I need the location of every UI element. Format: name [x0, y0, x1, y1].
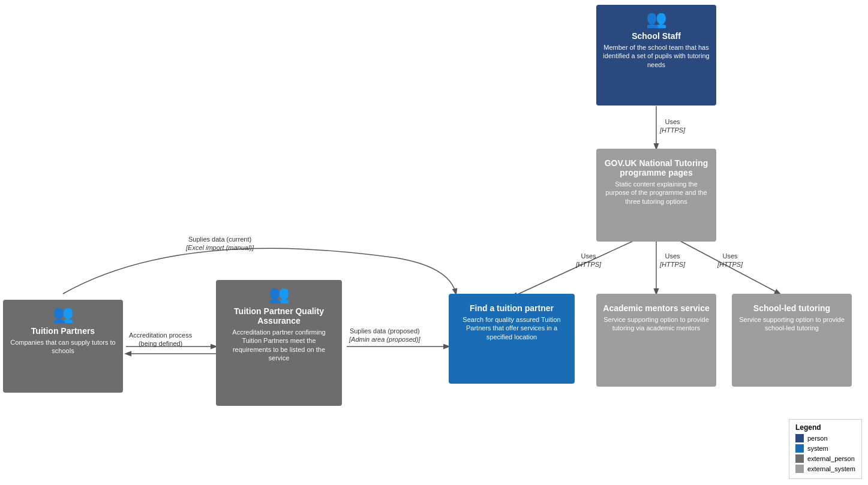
- tpqa-desc: Accreditation partner confirming Tuition…: [222, 328, 336, 362]
- legend-label-external-system: external_system: [807, 465, 855, 472]
- school-staff-icon: 👥: [602, 11, 710, 28]
- legend-box-person: [795, 434, 804, 442]
- label-govuk-find: Uses [HTTPS]: [576, 252, 601, 269]
- legend: Legend person system external_person ext…: [789, 419, 862, 479]
- legend-title: Legend: [795, 423, 855, 432]
- legend-item-external-person: external_person: [795, 454, 855, 463]
- school-led-desc: Service supporting option to provide sch…: [738, 315, 846, 333]
- academic-mentors-desc: Service supporting option to provide tut…: [602, 315, 710, 333]
- legend-box-system: [795, 444, 804, 453]
- academic-mentors-node: Academic mentors service Service support…: [596, 294, 716, 387]
- label-staff-govuk: Uses [HTTPS]: [660, 118, 685, 135]
- govuk-title: GOV.UK National Tutoring programme pages: [602, 158, 710, 177]
- legend-label-system: system: [807, 445, 828, 452]
- legend-item-person: person: [795, 434, 855, 442]
- tpqa-title: Tuition Partner Quality Assurance: [222, 306, 336, 326]
- tpqa-icon: 👥: [222, 286, 336, 303]
- tuition-partners-node: 👥 Tuition Partners Companies that can su…: [3, 300, 123, 393]
- tuition-partners-title: Tuition Partners: [9, 326, 117, 336]
- academic-mentors-title: Academic mentors service: [602, 303, 710, 313]
- legend-item-external-system: external_system: [795, 465, 855, 473]
- label-govuk-schoolled: Uses [HTTPS]: [717, 252, 743, 269]
- govuk-node: GOV.UK National Tutoring programme pages…: [596, 149, 716, 242]
- tuition-partners-desc: Companies that can supply tutors to scho…: [9, 338, 117, 356]
- govuk-desc: Static content explaining the purpose of…: [602, 180, 710, 206]
- label-govuk-academic: Uses [HTTPS]: [660, 252, 685, 269]
- legend-label-external-person: external_person: [807, 455, 855, 462]
- svg-line-1: [512, 240, 636, 297]
- find-tuition-node: Find a tuition partner Search for qualit…: [449, 294, 575, 384]
- legend-box-external-system: [795, 465, 804, 473]
- label-tpqa-find: Suplies data (proposed) [Admin area (pro…: [349, 327, 421, 344]
- legend-box-external-person: [795, 454, 804, 463]
- diagram-container: 👥 School Staff Member of the school team…: [0, 0, 868, 485]
- school-staff-desc: Member of the school team that has ident…: [602, 43, 710, 69]
- arrows-svg: [0, 0, 868, 485]
- school-staff-node: 👥 School Staff Member of the school team…: [596, 5, 716, 106]
- tpqa-node: 👥 Tuition Partner Quality Assurance Accr…: [216, 280, 342, 406]
- school-staff-title: School Staff: [602, 31, 710, 41]
- label-tp-tpqa: Accreditation process (being defined): [129, 331, 192, 348]
- find-tuition-desc: Search for quality assured Tuition Partn…: [455, 315, 569, 341]
- label-tp-find: Suplies data (current) [Excel import (ma…: [186, 235, 254, 252]
- school-led-node: School-led tutoring Service supporting o…: [732, 294, 852, 387]
- tuition-partners-icon: 👥: [9, 306, 117, 323]
- legend-item-system: system: [795, 444, 855, 453]
- school-led-title: School-led tutoring: [738, 303, 846, 313]
- find-tuition-title: Find a tuition partner: [455, 303, 569, 313]
- legend-label-person: person: [807, 435, 828, 442]
